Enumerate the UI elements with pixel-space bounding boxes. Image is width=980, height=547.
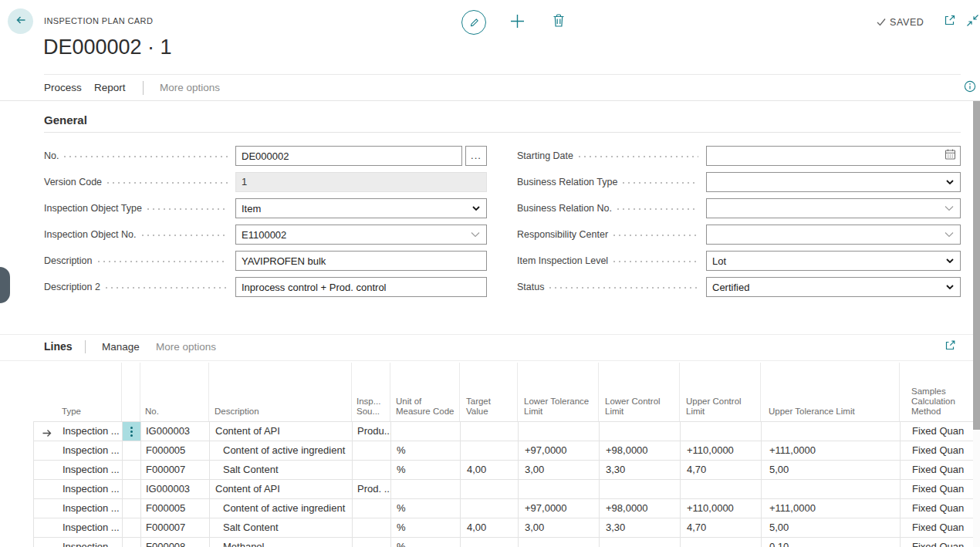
cell-no[interactable]: F000007 bbox=[140, 461, 209, 479]
cell-ltl[interactable]: +97,0000 bbox=[518, 499, 599, 518]
cell-no[interactable]: F000005 bbox=[140, 499, 209, 518]
cell-row-menu[interactable] bbox=[122, 499, 140, 518]
cell-source[interactable]: Prod. ... bbox=[352, 480, 390, 498]
cell-target[interactable] bbox=[460, 422, 518, 441]
column-header-ltl[interactable]: Lower Tolerance Limit bbox=[517, 363, 598, 421]
cell-ltl[interactable] bbox=[518, 480, 599, 498]
column-header-type[interactable]: Type bbox=[33, 363, 121, 421]
cell-row-menu[interactable] bbox=[122, 538, 140, 547]
cell-ucl[interactable]: +110,0000 bbox=[680, 441, 761, 460]
cell-ltl[interactable]: +97,0000 bbox=[518, 441, 599, 460]
assist-edit-button[interactable]: ... bbox=[465, 146, 487, 166]
cell-ltl[interactable]: 3,00 bbox=[518, 461, 599, 479]
lines-tab[interactable]: Lines bbox=[44, 340, 73, 353]
lines-menu-manage[interactable]: Manage bbox=[102, 341, 140, 353]
side-panel-handle[interactable] bbox=[0, 267, 10, 303]
cell-samples[interactable]: Fixed Quan bbox=[900, 422, 980, 441]
edit-button[interactable] bbox=[461, 10, 486, 35]
cell-type[interactable]: Inspection ... bbox=[34, 499, 122, 518]
cell-samples[interactable]: Fixed Quan bbox=[900, 480, 980, 498]
cell-uom[interactable]: % bbox=[390, 461, 460, 479]
cell-lcl[interactable]: 3,30 bbox=[599, 518, 680, 537]
menu-item-more-options[interactable]: More options bbox=[160, 82, 220, 93]
lines-expand-button[interactable] bbox=[944, 340, 956, 353]
cell-ltl[interactable] bbox=[518, 422, 599, 441]
cell-description[interactable]: Salt Content bbox=[209, 518, 352, 537]
cell-ucl[interactable] bbox=[680, 422, 761, 441]
cell-ucl[interactable]: 4,70 bbox=[680, 461, 761, 479]
new-button[interactable] bbox=[509, 15, 525, 30]
status-select[interactable]: Certified bbox=[706, 277, 961, 297]
cell-description[interactable]: Content of API bbox=[209, 422, 352, 441]
cell-type[interactable]: Inspection ... bbox=[34, 538, 122, 547]
vertical-scrollbar[interactable] bbox=[973, 101, 980, 547]
column-header-source[interactable]: Insp... Sou... bbox=[351, 363, 390, 421]
cell-utl[interactable]: +111,0000 bbox=[761, 441, 900, 460]
no-input[interactable] bbox=[235, 146, 462, 166]
cell-row-menu[interactable] bbox=[122, 441, 140, 460]
responsibility-center-lookup[interactable] bbox=[706, 225, 961, 245]
minimize-button[interactable] bbox=[965, 15, 979, 29]
cell-source[interactable] bbox=[352, 499, 390, 518]
column-header-utl[interactable]: Upper Tolerance Limit bbox=[760, 363, 899, 421]
cell-utl[interactable] bbox=[761, 422, 900, 441]
cell-source[interactable] bbox=[352, 538, 390, 547]
cell-ucl[interactable] bbox=[680, 538, 761, 547]
cell-ltl[interactable]: 3,00 bbox=[518, 518, 599, 537]
cell-utl[interactable]: 5,00 bbox=[761, 518, 900, 537]
cell-samples[interactable]: Fixed Quan bbox=[900, 538, 980, 547]
cell-ucl[interactable] bbox=[680, 480, 761, 498]
cell-target[interactable] bbox=[460, 480, 518, 498]
menu-item-report[interactable]: Report bbox=[94, 82, 126, 93]
menu-item-process[interactable]: Process bbox=[44, 82, 82, 93]
cell-lcl[interactable]: 3,30 bbox=[599, 461, 680, 479]
cell-no[interactable]: IG000003 bbox=[140, 422, 209, 441]
cell-source[interactable]: Produ... bbox=[352, 422, 390, 441]
cell-uom[interactable]: % bbox=[390, 499, 460, 518]
cell-no[interactable]: F000007 bbox=[140, 518, 209, 537]
starting-date-input[interactable] bbox=[706, 146, 961, 166]
cell-samples[interactable]: Fixed Quan bbox=[900, 518, 980, 537]
column-header-target[interactable]: Target Value bbox=[459, 363, 517, 421]
cell-row-menu[interactable] bbox=[122, 480, 140, 498]
cell-description[interactable]: Content of API bbox=[209, 480, 352, 498]
cell-target[interactable] bbox=[460, 538, 518, 547]
cell-target[interactable] bbox=[460, 499, 518, 518]
cell-type[interactable]: Inspection ... bbox=[34, 422, 122, 441]
column-header-row-menu[interactable] bbox=[121, 363, 140, 421]
cell-description[interactable]: Methanol bbox=[209, 538, 352, 547]
cell-no[interactable]: F000008 bbox=[140, 538, 209, 547]
cell-utl[interactable]: 0,10 bbox=[761, 538, 900, 547]
cell-uom[interactable]: % bbox=[390, 441, 460, 460]
cell-no[interactable]: F000005 bbox=[140, 441, 209, 460]
cell-ltl[interactable] bbox=[518, 538, 599, 547]
cell-uom[interactable] bbox=[390, 422, 460, 441]
cell-type[interactable]: Inspection ... bbox=[34, 480, 122, 498]
business-relation-type-select[interactable] bbox=[706, 172, 961, 192]
cell-lcl[interactable] bbox=[599, 422, 680, 441]
cell-lcl[interactable]: +98,0000 bbox=[599, 499, 680, 518]
delete-button[interactable] bbox=[551, 14, 566, 30]
open-in-new-window-button[interactable] bbox=[942, 15, 956, 29]
cell-samples[interactable]: Fixed Quan bbox=[900, 461, 980, 479]
scrollbar-thumb[interactable] bbox=[973, 101, 980, 430]
general-section-heading[interactable]: General bbox=[44, 113, 87, 127]
cell-samples[interactable]: Fixed Quan bbox=[900, 441, 980, 460]
cell-ucl[interactable]: +110,0000 bbox=[680, 499, 761, 518]
cell-uom[interactable]: % bbox=[390, 538, 460, 547]
cell-ucl[interactable]: 4,70 bbox=[680, 518, 761, 537]
calendar-icon[interactable] bbox=[945, 149, 956, 164]
cell-type[interactable]: Inspection ... bbox=[34, 518, 122, 537]
cell-source[interactable] bbox=[352, 461, 390, 479]
info-button[interactable] bbox=[964, 81, 976, 93]
cell-type[interactable]: Inspection ... bbox=[34, 441, 122, 460]
cell-source[interactable] bbox=[352, 441, 390, 460]
description-2-input[interactable] bbox=[235, 277, 487, 297]
business-relation-no-lookup[interactable] bbox=[706, 198, 961, 218]
inspection-object-no-lookup[interactable]: E1100002 bbox=[235, 225, 487, 245]
cell-no[interactable]: IG000003 bbox=[140, 480, 209, 498]
cell-row-menu[interactable] bbox=[122, 518, 140, 537]
cell-lcl[interactable] bbox=[599, 538, 680, 547]
cell-description[interactable]: Content of active ingredient bbox=[209, 499, 352, 518]
item-inspection-level-select[interactable]: Lot bbox=[706, 251, 961, 271]
